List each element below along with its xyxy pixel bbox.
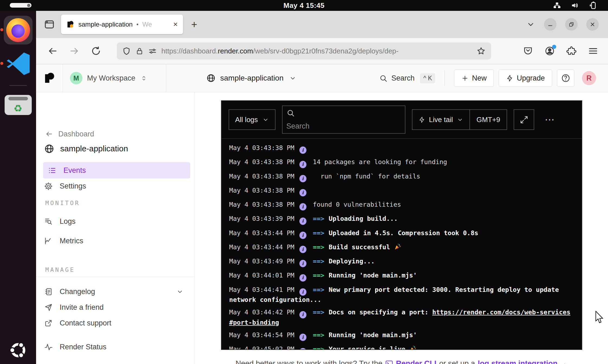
notification-dot (552, 45, 556, 49)
info-icon: i (299, 189, 306, 196)
live-tail-dropdown[interactable]: Live tail (412, 116, 469, 124)
sidebar-item-metrics[interactable]: Metrics (36, 233, 194, 248)
log-message: Deploying... (329, 257, 375, 265)
pocket-icon[interactable] (523, 46, 533, 56)
list-all-tabs-chevron-icon[interactable] (526, 20, 535, 29)
log-row: May 4 03:43:38 PMi (229, 144, 574, 154)
sidebar-item-invite-a-friend[interactable]: Invite a friend (36, 300, 194, 315)
log-timestamp: May 4 03:43:38 PM (229, 173, 295, 180)
global-search-button[interactable]: Search ^ K (379, 73, 435, 83)
url-text[interactable]: https://dashboard.render.com/web/srv-d0b… (161, 47, 472, 55)
firefox-view-icon[interactable] (44, 19, 55, 30)
log-row: May 4 03:45:02 PMi==>Your service is liv… (229, 345, 574, 349)
log-arrow: ==> (313, 272, 324, 279)
gear-icon (44, 182, 53, 190)
close-button[interactable] (586, 18, 599, 31)
expand-icon (520, 116, 528, 124)
new-tab-button[interactable]: + (191, 19, 197, 30)
system-clock[interactable]: May 4 15:45 (0, 1, 608, 10)
minimize-button[interactable] (544, 18, 556, 31)
lock-icon[interactable] (135, 47, 144, 55)
terminal-icon (385, 359, 393, 364)
sidebar-section-monitor: MONITOR (36, 199, 194, 207)
log-arrow: ==> (313, 257, 324, 265)
network-icon[interactable] (553, 1, 561, 9)
account-avatar[interactable]: R (582, 71, 596, 85)
trash-icon: ♻ (5, 95, 32, 115)
service-selector[interactable]: sample-application (206, 74, 296, 83)
dock-trash-button[interactable]: ♻ (4, 91, 33, 119)
workspace-name: My Workspace (87, 74, 135, 82)
tab-close-button[interactable]: × (173, 21, 178, 28)
log-stream-integration-link[interactable]: log stream integration → (478, 359, 567, 364)
sidebar-item-events[interactable]: Events (43, 162, 190, 178)
log-timestamp: May 4 03:44:42 PM (229, 308, 295, 316)
log-message: Running 'node main.mjs' (329, 331, 417, 339)
log-message: Build successful (329, 243, 394, 251)
info-icon: i (299, 232, 306, 239)
sidebar-item-label: Metrics (60, 237, 83, 245)
new-button[interactable]: New (454, 69, 494, 87)
sidebar-item-logs[interactable]: Logs (36, 214, 194, 229)
list-icon (48, 166, 56, 175)
extensions-puzzle-icon[interactable] (566, 46, 577, 56)
sidebar-item-render-status[interactable]: Render Status (36, 339, 194, 355)
sidebar-back-dashboard[interactable]: Dashboard (36, 128, 194, 140)
tab-bar: sample-application • We × + (36, 11, 608, 38)
sidebar-item-settings[interactable]: Settings (36, 178, 194, 194)
workspace-selector[interactable]: M My Workspace (63, 64, 166, 92)
search-shortcut-badge: ^ K (420, 73, 436, 83)
main-content: All logs Search Live tail (195, 92, 608, 364)
render-favicon (66, 20, 75, 28)
plus-icon (461, 75, 469, 82)
render-cli-link[interactable]: Render CLI (396, 359, 436, 364)
tracking-protection-shield-icon[interactable] (122, 47, 131, 55)
volume-icon[interactable] (571, 1, 579, 9)
vscode-icon (6, 51, 31, 76)
log-search-input[interactable]: Search (282, 106, 405, 134)
log-message: Uploaded in 4.5s. Compression took 0.8s (329, 229, 478, 237)
sidebar-item-changelog[interactable]: Changelog (36, 284, 194, 299)
log-filter-dropdown[interactable]: All logs (229, 109, 276, 130)
render-header: M My Workspace sample-application Search… (36, 64, 608, 92)
info-icon: i (299, 246, 306, 253)
log-row: May 4 03:43:38 PMifound 0 vulnerabilitie… (229, 200, 574, 210)
dock-firefox-button[interactable] (4, 16, 33, 44)
reload-icon[interactable] (91, 46, 101, 56)
sidebar-item-contact-support[interactable]: Contact support (36, 315, 194, 331)
log-output[interactable]: May 4 03:43:38 PMiMay 4 03:43:38 PMi14 p… (222, 139, 582, 349)
help-button[interactable] (557, 69, 574, 87)
battery-charging-icon[interactable] (588, 1, 597, 9)
permissions-icon[interactable] (148, 47, 157, 55)
info-icon: i (299, 311, 306, 318)
forward-icon[interactable] (69, 46, 79, 56)
url-bar[interactable]: https://dashboard.render.com/web/srv-d0b… (117, 43, 491, 59)
log-row: May 4 03:43:39 PMi==>Uploading build... (229, 215, 574, 225)
restore-button[interactable] (565, 18, 578, 31)
log-message: found 0 vulnerabilities (313, 201, 401, 208)
external-link-icon (44, 319, 53, 327)
log-timestamp: May 4 03:43:38 PM (229, 144, 295, 152)
info-icon: i (299, 260, 306, 267)
service-name: sample-application (220, 74, 283, 82)
menu-hamburger-icon[interactable] (588, 46, 598, 56)
sidebar-item-label: Changelog (60, 288, 95, 296)
header-divider (444, 70, 445, 86)
metrics-icon (44, 237, 53, 245)
timezone-button[interactable]: GMT+9 (470, 116, 507, 124)
tab-title-truncated: We (142, 21, 152, 28)
expand-logs-button[interactable] (514, 109, 534, 130)
upgrade-button[interactable]: Upgrade (499, 69, 552, 87)
tab-sample-application[interactable]: sample-application • We × (61, 15, 183, 34)
render-logo-button[interactable] (36, 64, 63, 92)
ubuntu-logo-icon[interactable] (8, 340, 28, 360)
info-icon: i (299, 218, 306, 225)
log-timestamp: May 4 03:43:49 PM (229, 257, 295, 265)
back-icon[interactable] (47, 46, 58, 56)
account-icon[interactable] (545, 46, 555, 56)
log-timestamp: May 4 03:44:41 PM (229, 286, 295, 293)
firefox-window: sample-application • We × + https://das (36, 11, 608, 364)
changelog-icon (44, 288, 53, 296)
bookmark-star-icon[interactable] (476, 46, 486, 56)
dock-vscode-button[interactable] (4, 49, 33, 78)
